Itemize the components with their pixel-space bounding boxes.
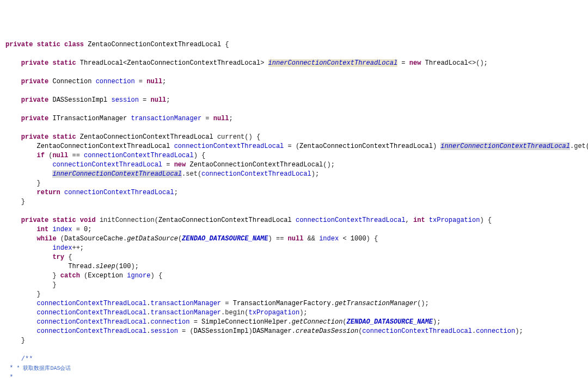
keyword-private: private xyxy=(5,41,33,48)
field-highlight: innerConnectionContextThreadLocal xyxy=(268,59,398,67)
field-highlight: innerConnectionContextThreadLocal xyxy=(440,142,570,150)
method-current: current xyxy=(217,133,244,141)
javadoc-open: /** xyxy=(21,355,33,363)
field-session: session xyxy=(111,96,138,104)
field-highlight: innerConnectionContextThreadLocal xyxy=(52,170,182,178)
keyword-class: class xyxy=(64,41,84,48)
code-block: private static class ZentaoConnectionCon… xyxy=(5,40,588,378)
field-connection: connection xyxy=(96,78,135,85)
field-txmgr: transactionManager xyxy=(131,115,201,122)
const-datasource: ZENDAO_DATASOURCE_NAME xyxy=(182,235,268,243)
javadoc-line1: * 获取数据库DAS会话 xyxy=(13,365,71,371)
method-initConnection: initConnection xyxy=(100,216,155,224)
type-name: ZentaoConnectionContextThreadLocal xyxy=(88,41,221,48)
keyword-static: static xyxy=(37,41,60,48)
